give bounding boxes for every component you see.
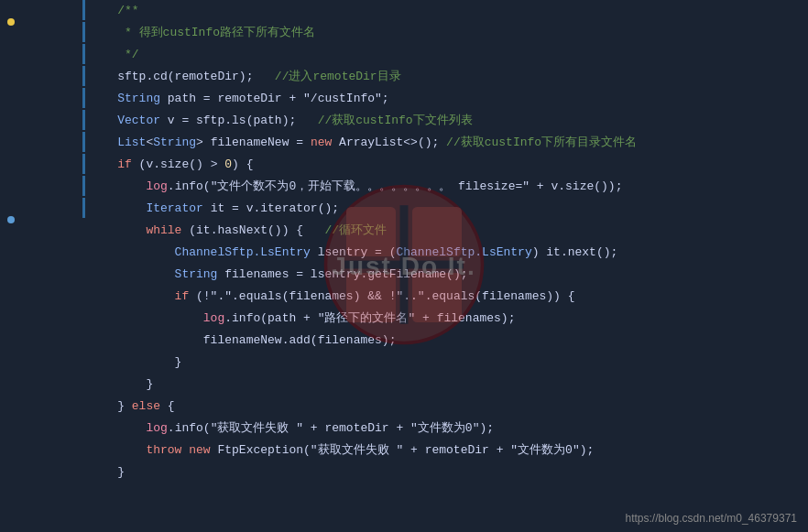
table-row: throw new FtpException("获取文件失败 " + remot… bbox=[0, 440, 808, 461]
code-token: .info("获取文件失败 " + remoteDir + "文件数为0"); bbox=[168, 421, 494, 435]
line-content: List<String> filenameNew = new ArrayList… bbox=[85, 132, 808, 154]
code-token: { bbox=[160, 399, 175, 413]
table-row: */ bbox=[0, 44, 808, 66]
table-row: String path = remoteDir + "/custInfo"; bbox=[0, 88, 808, 110]
code-token: sftp.cd(remoteDir); bbox=[89, 70, 275, 83]
line-content: } bbox=[85, 461, 808, 483]
code-token: List bbox=[89, 136, 146, 149]
line-content: throw new FtpException("获取文件失败 " + remot… bbox=[85, 440, 808, 461]
line-content: if (!".".equals(filenames) && !"..".equa… bbox=[85, 286, 808, 308]
table-row: } bbox=[0, 461, 808, 483]
code-token: //进入remoteDir目录 bbox=[275, 70, 401, 83]
table-row: } bbox=[0, 352, 808, 374]
table-row: if (!".".equals(filenames) && !"..".equa… bbox=[0, 286, 808, 308]
code-token: (it.hasNext()) { bbox=[181, 223, 324, 237]
code-editor: Just Do It. /** * 得到custInfo路径下所有文件名 */ … bbox=[0, 0, 808, 532]
table-row: while (it.hasNext()) { //循环文件 bbox=[0, 220, 808, 242]
code-token: log bbox=[89, 421, 168, 435]
code-token: } bbox=[89, 399, 132, 413]
code-token: filenameNew.add(filenames); bbox=[89, 333, 396, 347]
code-token: .equals(filenames)) { bbox=[425, 289, 575, 303]
code-token: //获取custInfo下文件列表 bbox=[303, 114, 473, 127]
code-token: } bbox=[89, 465, 125, 479]
table-row: List<String> filenameNew = new ArrayList… bbox=[0, 132, 808, 154]
code-token: while bbox=[89, 223, 181, 237]
code-token: v = sftp.ls(path); bbox=[160, 114, 303, 127]
code-token: FtpException("获取文件失败 " + remoteDir + "文件… bbox=[211, 443, 595, 457]
table-row: String filenames = lsentry.getFilename()… bbox=[0, 264, 808, 286]
code-token: .equals(filenames) && !".." bbox=[232, 289, 425, 303]
line-content: } bbox=[85, 352, 808, 374]
table-row: } bbox=[0, 374, 808, 396]
line-content: ChannelSftp.LsEntry lsentry = (ChannelSf… bbox=[85, 242, 808, 264]
code-token: Iterator bbox=[89, 201, 203, 215]
code-token: } bbox=[89, 355, 181, 369]
table-row: log.info("获取文件失败 " + remoteDir + "文件数为0"… bbox=[0, 418, 808, 440]
line-content: } else { bbox=[85, 396, 808, 418]
code-token: log bbox=[89, 311, 224, 325]
code-token: > filenameNew = bbox=[196, 136, 311, 149]
line-content: String path = remoteDir + "/custInfo"; bbox=[85, 88, 808, 110]
code-token: .info("文件个数不为0，开始下载。。。。。。。。 filesize=" +… bbox=[168, 179, 623, 193]
url-bar: https://blog.csdn.net/m0_46379371 bbox=[626, 512, 797, 525]
line-content: /** bbox=[85, 0, 808, 22]
line-content: if (v.size() > 0) { bbox=[85, 154, 808, 176]
line-content: Iterator it = v.iterator(); bbox=[85, 198, 808, 220]
code-token: if bbox=[89, 157, 132, 171]
line-content: String filenames = lsentry.getFilename()… bbox=[85, 264, 808, 286]
code-token: (!"." bbox=[189, 289, 232, 303]
code-token: /** bbox=[89, 4, 139, 17]
code-token: String bbox=[89, 92, 160, 105]
line-content: filenameNew.add(filenames); bbox=[85, 330, 808, 352]
table-row: log.info("文件个数不为0，开始下载。。。。。。。。 filesize=… bbox=[0, 176, 808, 198]
code-token: * 得到custInfo路径下所有文件名 bbox=[89, 26, 315, 39]
line-content: * 得到custInfo路径下所有文件名 bbox=[85, 22, 808, 44]
line-content: } bbox=[85, 374, 808, 396]
code-token: if bbox=[89, 289, 189, 303]
line-content: while (it.hasNext()) { //循环文件 bbox=[85, 220, 808, 242]
line-content: log.info("获取文件失败 " + remoteDir + "文件数为0"… bbox=[85, 418, 808, 440]
code-token: (v.size() > bbox=[132, 157, 224, 171]
code-token: new bbox=[311, 136, 332, 149]
code-token: ArrayList<>(); bbox=[332, 136, 446, 149]
code-token: */ bbox=[89, 48, 139, 61]
table-row: if (v.size() > 0) { bbox=[0, 154, 808, 176]
code-token: filenames = lsentry.getFilename(); bbox=[217, 267, 467, 281]
code-token: path = remoteDir + "/custInfo"; bbox=[160, 92, 389, 105]
table-row: filenameNew.add(filenames); bbox=[0, 330, 808, 352]
code-area: /** * 得到custInfo路径下所有文件名 */ sftp.cd(remo… bbox=[0, 0, 808, 483]
code-token: .info(path + "路径下的文件名" + filenames); bbox=[224, 311, 515, 325]
code-token: new bbox=[189, 443, 210, 457]
code-token: it = v.iterator(); bbox=[203, 201, 339, 215]
code-token: //循环文件 bbox=[324, 223, 387, 237]
breakpoint-dot[interactable] bbox=[7, 216, 15, 223]
table-row: ChannelSftp.LsEntry lsentry = (ChannelSf… bbox=[0, 242, 808, 264]
code-token: lsentry = ( bbox=[311, 245, 397, 259]
code-token: String bbox=[89, 267, 217, 281]
breakpoint-dot[interactable] bbox=[7, 18, 15, 26]
table-row: /** bbox=[0, 0, 808, 22]
code-token: ChannelSftp.LsEntry bbox=[89, 245, 311, 259]
table-row: sftp.cd(remoteDir); //进入remoteDir目录 bbox=[0, 66, 808, 88]
table-row: log.info(path + "路径下的文件名" + filenames); bbox=[0, 308, 808, 330]
code-token: //获取custInfo下所有目录文件名 bbox=[446, 136, 637, 149]
code-token: ) it.next(); bbox=[532, 245, 618, 259]
code-token: log bbox=[89, 179, 168, 193]
code-token: Vector bbox=[89, 114, 160, 127]
code-token: 0 bbox=[224, 157, 232, 171]
code-token: String bbox=[153, 136, 196, 149]
code-token: ChannelSftp.LsEntry bbox=[396, 245, 531, 259]
code-token: } bbox=[89, 377, 153, 391]
table-row: Vector v = sftp.ls(path); //获取custInfo下文… bbox=[0, 110, 808, 132]
code-token: throw bbox=[89, 443, 181, 457]
code-token: ) { bbox=[232, 157, 253, 171]
code-token: else bbox=[132, 399, 160, 413]
table-row: * 得到custInfo路径下所有文件名 bbox=[0, 22, 808, 44]
line-content: sftp.cd(remoteDir); //进入remoteDir目录 bbox=[85, 66, 808, 88]
line-content: log.info("文件个数不为0，开始下载。。。。。。。。 filesize=… bbox=[85, 176, 808, 198]
table-row: Iterator it = v.iterator(); bbox=[0, 198, 808, 220]
line-content: */ bbox=[85, 44, 808, 66]
line-content: log.info(path + "路径下的文件名" + filenames); bbox=[85, 308, 808, 330]
table-row: } else { bbox=[0, 396, 808, 418]
line-content: Vector v = sftp.ls(path); //获取custInfo下文… bbox=[85, 110, 808, 132]
